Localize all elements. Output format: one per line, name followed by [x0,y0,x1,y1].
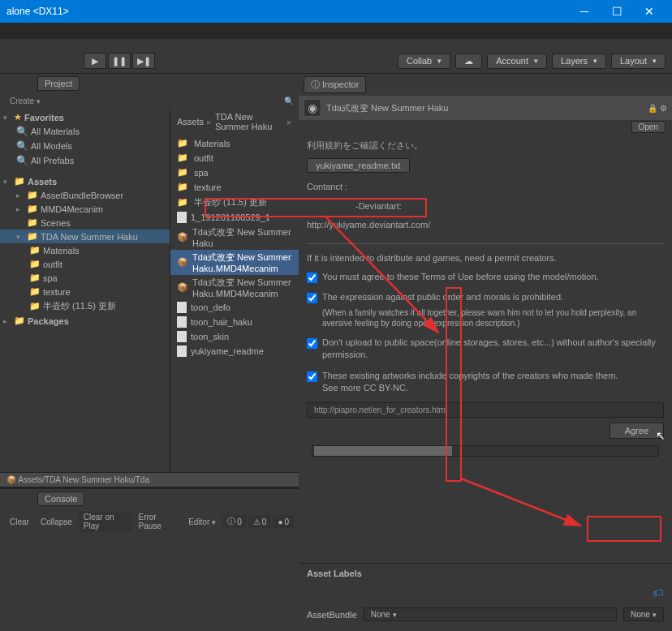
favorite-item[interactable]: 🔍All Models [0,139,170,153]
collapse-button[interactable]: Collapse [36,516,77,528]
project-tab[interactable]: Project [37,76,80,91]
asset-item[interactable]: yukiyame_readme [170,344,299,358]
asset-item[interactable]: 📦Tda式改变 New Summer Haku [170,225,299,250]
tree-folder[interactable]: ▸📁AssetBundleBrowser [0,188,170,202]
contact-label: Contanct : [307,181,664,193]
term4-label: These existing artworks include copyrigh… [322,370,618,382]
horizontal-scrollbar[interactable] [312,445,659,457]
breadcrumb-root[interactable]: Assets [177,117,204,127]
inspector-tab[interactable]: ⓘ Inspector [304,76,366,93]
project-panel-header: Project [0,73,299,93]
layout-dropdown[interactable]: Layout [611,54,666,69]
term2-label: The expression against public order and … [322,291,659,303]
asset-item[interactable]: toon_skin [170,329,299,344]
term-checkbox-row: The expression against public order and … [307,291,664,328]
warn-count[interactable]: ⚠ 0 [248,515,272,528]
tree-subfolder[interactable]: 📁spa [0,271,170,285]
packages-header[interactable]: ▸📁Packages [0,314,170,328]
distribute-note: If it is intended to distribute and game… [307,252,664,264]
tree-subfolder[interactable]: 📁outfit [0,257,170,271]
favorites-header[interactable]: ▾★Favorites [0,110,170,124]
term-checkbox-row: These existing artworks include copyrigh… [307,370,664,395]
window-titlebar: alone <DX11> ─ ☐ ✕ [0,0,672,23]
term3-label: Don't upload to public space(online stor… [322,337,659,362]
layers-dropdown[interactable]: Layers [552,54,606,69]
error-pause-button[interactable]: Error Pause [133,511,182,532]
tag-icon[interactable]: 🏷 [653,586,664,599]
error-count[interactable]: ● 0 [273,515,294,528]
asset-item[interactable]: 📁半壶纱 (11.5) 更新 [170,195,299,210]
asset-item[interactable]: 📁spa [170,165,299,180]
tree-folder-selected[interactable]: ▾📁TDA New Summer Haku [0,230,170,243]
favorite-item[interactable]: 🔍All Materials [0,124,170,139]
term1-checkbox[interactable] [307,273,317,283]
clear-button[interactable]: Clear [5,516,34,528]
minimize-button[interactable]: ─ [568,0,601,23]
breadcrumb: Assets ▸ TDA New Summer Haku ▸ [170,109,299,135]
tree-folder[interactable]: ▸📁MMD4Mecanim [0,202,170,216]
clear-on-play-button[interactable]: Clear on Play [79,511,132,532]
asset-bundle-dropdown[interactable]: None [364,607,617,621]
term-checkbox-row: You must agree to these Terms of Use bef… [307,271,664,283]
asset-item[interactable]: 📁texture [170,180,299,195]
piapro-url: http://piapro.net/en_for_creators.html [307,402,664,418]
project-tree: ▾★Favorites 🔍All Materials 🔍All Models 🔍… [0,109,170,472]
inspector-title: Tda式改变 New Summer Haku [326,102,643,114]
asset-item[interactable]: 📦Tda式改变 New Summer Haku.MMD4Mecanim [170,275,299,300]
account-dropdown[interactable]: Account [487,54,547,69]
breadcrumb-folder[interactable]: TDA New Summer Haku [215,112,284,131]
open-button[interactable]: Open [631,121,666,133]
asset-list: 📁Materials📁outfit📁spa📁texture📁半壶纱 (11.5)… [170,135,299,360]
play-button[interactable]: ▶ [84,53,106,69]
step-button[interactable]: ▶❚ [132,53,155,69]
term3-checkbox[interactable] [307,338,317,349]
asset-bundle-label: AssetBundle [307,610,357,620]
term4-checkbox[interactable] [307,371,317,382]
asset-item[interactable]: toon_defo [170,300,299,315]
console-tab[interactable]: Console [37,491,84,506]
readme-file-button[interactable]: yukiyame_readme.txt [307,158,410,173]
asset-item[interactable]: 📦Tda式改变 New Summer Haku.MMD4Mecanim [170,250,299,275]
term1-label: You must agree to these Terms of Use bef… [322,271,599,283]
assets-header[interactable]: ▾📁Assets [0,174,170,188]
see-more-label: See more CC BY-NC. [322,382,618,394]
tree-subfolder[interactable]: 📁Materials [0,243,170,257]
deviantart-label: -Deviantart: [307,200,664,212]
tree-subfolder[interactable]: 📁texture [0,285,170,298]
confirm-text: 利用規約をご確認ください。 [307,140,664,152]
menubar [0,23,672,39]
window-title: alone <DX11> [6,6,568,17]
asset-bundle-variant-dropdown[interactable]: None [623,607,664,621]
asset-item[interactable]: 1_191201160529_1 [170,210,299,225]
unity-icon: ◉ [304,99,321,117]
pause-button[interactable]: ❚❚ [108,53,131,69]
info-count[interactable]: ⓘ 0 [222,515,247,528]
divider: ―――――――――――――――――――――――――――――――――――――――― [307,238,664,247]
asset-item[interactable]: 📁Materials [170,136,299,151]
cursor-icon: ↖ [656,429,666,442]
favorite-item[interactable]: 🔍All Prefabs [0,153,170,168]
create-dropdown[interactable]: Create [5,96,45,106]
main-toolbar: ▶ ❚❚ ▶❚ Collab ☁ Account Layers Layout [0,49,672,73]
tree-folder[interactable]: 📁Scenes [0,216,170,230]
asset-item[interactable]: toon_hair_haku [170,315,299,329]
tree-subfolder[interactable]: 📁半壶纱 (11.5) 更新 [0,298,170,314]
term2-note: (When a family watches it all together, … [322,307,659,328]
asset-item[interactable]: 📁outfit [170,151,299,165]
editor-dropdown[interactable]: Editor [183,516,221,528]
footer-path: 📦 Assets/TDA New Summer Haku/Tda [0,472,299,487]
term2-checkbox[interactable] [307,293,317,303]
collab-dropdown[interactable]: Collab [398,54,450,69]
cloud-button[interactable]: ☁ [455,54,482,69]
asset-labels-title: Asset Labels [307,569,664,578]
maximize-button[interactable]: ☐ [601,0,633,23]
contact-url: http://yukiyame.deviantart.com/ [307,219,664,231]
close-button[interactable]: ✕ [633,0,666,23]
term-checkbox-row: Don't upload to public space(online stor… [307,337,664,362]
